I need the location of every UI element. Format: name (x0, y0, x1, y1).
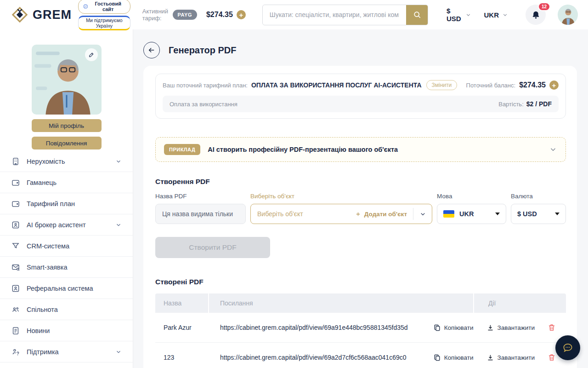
pdf-link-cell[interactable]: https://cabinet.grem.capital/pdf/view/69… (209, 354, 433, 361)
sidebar-item-label: Smart-заявка (27, 264, 68, 271)
currency-selector[interactable]: $ USD (447, 7, 471, 23)
grem-logo[interactable]: GREM (11, 6, 72, 23)
sidebar-item-wallet[interactable]: Гаманець (0, 172, 133, 193)
back-arrow-icon (147, 46, 156, 54)
currency-selector-value: $ USD (447, 7, 462, 23)
copy-link-button[interactable]: Копіювати (433, 354, 474, 362)
usage-row: Оплата за використання Вартість: $2 / PD… (163, 96, 559, 112)
object-select[interactable]: Виберіть об'єкт Додати об'єкт (250, 204, 432, 224)
language-value: UKR (459, 210, 474, 218)
notification-badge: 12 (538, 2, 550, 11)
example-banner[interactable]: ПРИКЛАД AI створить професійну PDF-презе… (155, 137, 566, 162)
mail-search-icon (11, 263, 20, 272)
support-ukraine-button[interactable]: Ми підтримуємо Україну (78, 16, 130, 30)
page-title: Генератор PDF (169, 45, 237, 56)
pdf-name-cell: Park Azur (155, 324, 209, 331)
plus-icon (355, 211, 361, 217)
assistant-badge-icon (11, 220, 20, 230)
chat-button[interactable] (555, 335, 580, 360)
download-icon (486, 354, 494, 362)
sidebar-item-smart-request[interactable]: Smart-заявка (0, 257, 133, 278)
top-up-balance-button[interactable]: + (237, 10, 246, 19)
top-header: GREM Гостьовий сайт Ми підтримуємо Украї… (0, 0, 588, 29)
change-plan-button[interactable]: Змінити (426, 80, 458, 90)
tariff-badge[interactable]: PAYG (173, 10, 197, 20)
logo-text: GREM (33, 8, 72, 22)
edit-profile-photo-button[interactable] (85, 48, 98, 61)
messages-button[interactable]: Повідомлення (32, 137, 102, 150)
copy-icon (433, 354, 441, 362)
column-header-link: Посилання (209, 293, 474, 313)
sidebar-item-referral-system[interactable]: Реферальна система (0, 278, 133, 299)
chevron-down-icon[interactable] (419, 211, 426, 218)
sidebar-item-community[interactable]: Спільнота (0, 299, 133, 320)
copy-label: Копіювати (444, 354, 474, 361)
column-header-name: Назва (155, 293, 209, 313)
support-ukraine-label: Ми підтримуємо Україну (86, 17, 122, 29)
add-object-label: Додати об'єкт (364, 211, 407, 218)
sidebar-item-label: AI брокер асистент (27, 221, 86, 229)
pdf-name-input[interactable] (155, 204, 246, 224)
sidebar-item-real-estate[interactable]: Нерухомість (0, 151, 133, 172)
language-selector[interactable]: UKR (484, 11, 509, 19)
news-icon (11, 326, 20, 335)
sidebar-item-label: Нерухомість (27, 158, 65, 165)
chevron-down-icon (115, 349, 122, 355)
add-object-button[interactable]: Додати об'єкт (355, 211, 407, 218)
active-tariff-group: Активний тариф: PAYG $274.35 + (142, 8, 246, 22)
sidebar-item-news[interactable]: Новини (0, 320, 133, 341)
language-select[interactable]: UKR (437, 204, 506, 224)
people-icon (11, 305, 20, 314)
download-button[interactable]: Завантажити (486, 324, 535, 332)
object-label: Виберіть об'єкт (250, 193, 432, 200)
sidebar-item-label: Реферальна система (27, 285, 93, 292)
notifications-button[interactable]: 12 (526, 5, 546, 25)
sidebar-item-ai-broker-assistant[interactable]: AI брокер асистент (0, 214, 133, 236)
download-button[interactable]: Завантажити (486, 354, 535, 362)
global-search (262, 5, 428, 25)
guest-site-button[interactable]: Гостьовий сайт (78, 0, 130, 14)
grem-logo-icon (11, 6, 28, 23)
funnel-icon (11, 242, 20, 251)
trash-icon (548, 353, 556, 362)
download-icon (486, 324, 494, 332)
delete-button[interactable] (548, 353, 556, 362)
chevron-down-icon[interactable] (549, 145, 557, 154)
sidebar-item-label: Тарифний план (27, 200, 75, 207)
currency-select[interactable]: $ USD (511, 204, 566, 224)
pdf-name-label: Назва PDF (155, 193, 246, 200)
create-pdf-title: Створення PDF (155, 178, 566, 186)
row-actions: Копіювати Завантажити (433, 323, 566, 332)
sidebar-item-label: Підтримка (27, 348, 59, 356)
example-banner-text: AI створить професійну PDF-презентацію в… (208, 146, 398, 153)
copy-icon (433, 324, 441, 332)
sidebar: Мій профіль Повідомлення Нерухомість Гам… (0, 29, 133, 368)
object-field: Виберіть об'єкт Виберіть об'єкт Додати о… (250, 193, 432, 224)
user-avatar[interactable] (558, 5, 578, 25)
edit-pencil-icon (83, 4, 88, 9)
download-label: Завантажити (498, 354, 535, 361)
delete-button[interactable] (548, 323, 556, 332)
sidebar-item-label: Новини (27, 327, 50, 334)
divider (413, 208, 413, 220)
currency-label: Валюта (511, 193, 566, 200)
sidebar-item-support[interactable]: Підтримка (0, 341, 133, 362)
search-input[interactable] (263, 5, 406, 25)
pdf-link-cell[interactable]: https://cabinet.grem.capital/pdf/view/69… (209, 324, 433, 331)
back-button[interactable] (143, 42, 160, 58)
pdf-name-field: Назва PDF (155, 193, 246, 224)
create-pdf-button[interactable]: Створити PDF (155, 237, 270, 258)
search-button[interactable] (406, 5, 428, 25)
top-up-balance-button[interactable]: + (549, 80, 559, 90)
wallet-icon (11, 178, 20, 187)
support-person-icon (11, 347, 20, 356)
sidebar-item-crm-system[interactable]: CRM-система (0, 236, 133, 257)
chevron-down-icon (502, 12, 508, 18)
sidebar-item-tariff-plan[interactable]: Тарифний план (0, 193, 133, 214)
trash-icon (548, 323, 556, 332)
copy-link-button[interactable]: Копіювати (433, 324, 474, 332)
plan-name: ОПЛАТА ЗА ВИКОРИСТАННЯ ПОСЛУГ AI-АСИСТЕН… (251, 81, 422, 89)
cost-label: Вартість: (498, 101, 524, 108)
language-label: Мова (437, 193, 506, 200)
my-profile-button[interactable]: Мій профіль (32, 119, 102, 132)
